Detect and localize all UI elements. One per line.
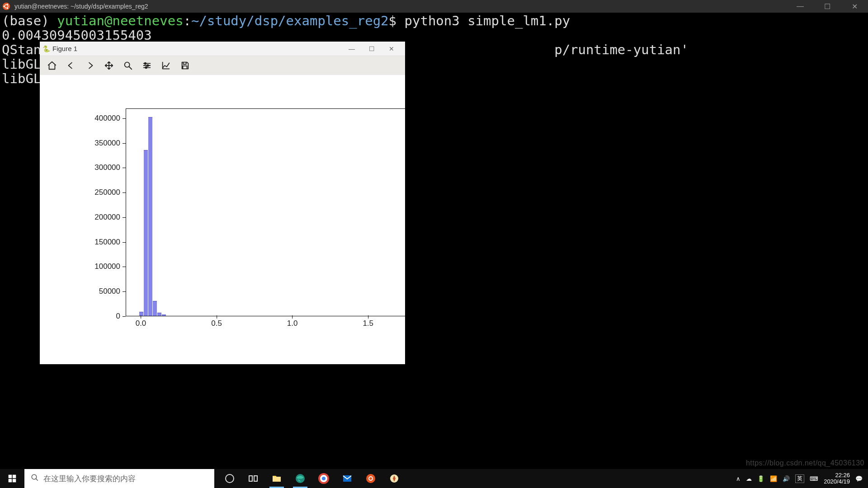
back-icon[interactable] — [63, 58, 79, 73]
pan-icon[interactable] — [101, 58, 117, 73]
chart-bar — [162, 314, 166, 316]
chart-axes — [126, 108, 406, 316]
ubuntu-icon — [0, 0, 13, 13]
tray-chevron-icon[interactable]: ∧ — [736, 475, 741, 482]
settings-app-icon[interactable] — [383, 469, 405, 488]
file-explorer-icon[interactable] — [266, 469, 288, 488]
y-tick-label: 0 — [116, 312, 120, 321]
y-tick-label: 350000 — [94, 139, 120, 148]
y-tick-label: 400000 — [94, 114, 120, 123]
ubuntu-app-icon[interactable] — [360, 469, 382, 488]
terminal-titlebar[interactable]: yutian@neetneves: ~/study/dsp/examples_r… — [0, 0, 868, 13]
terminal-output-libgl1: libGL — [2, 56, 41, 72]
minimize-button[interactable]: — — [787, 2, 814, 11]
svg-point-7 — [147, 65, 149, 66]
python-icon: 🐍 — [40, 45, 52, 52]
start-button[interactable] — [0, 469, 24, 488]
y-tick-label: 200000 — [94, 213, 120, 222]
svg-point-3 — [7, 4, 8, 5]
svg-point-6 — [145, 63, 146, 65]
tray-keyboard-icon[interactable]: ⌨ — [810, 475, 818, 482]
tray-battery-icon[interactable]: 🔋 — [757, 475, 764, 482]
figure-window[interactable]: 🐍 Figure 1 — ☐ ✕ 05000010000015000020000… — [40, 42, 405, 364]
figure-close-button[interactable]: ✕ — [387, 45, 396, 52]
taskbar: 在这里输入你要搜索的内容 ∧ ☁ 🔋 📶 🔊 英 ⌨ 22:26 2020/4/… — [0, 469, 868, 488]
figure-maximize-button[interactable]: ☐ — [367, 45, 376, 52]
prompt-path: ~/study/dsp/examples_reg2 — [191, 13, 389, 28]
x-tick-label: 1.5 — [363, 319, 373, 328]
chart-bar — [153, 301, 157, 316]
taskbar-search-placeholder: 在这里输入你要搜索的内容 — [43, 474, 136, 484]
prompt-dollar: $ — [389, 13, 396, 28]
y-tick-label: 250000 — [94, 188, 120, 197]
svg-point-21 — [322, 477, 326, 480]
svg-rect-10 — [13, 475, 16, 479]
svg-point-13 — [32, 474, 37, 479]
svg-rect-9 — [9, 475, 12, 479]
svg-rect-16 — [254, 476, 257, 481]
svg-rect-11 — [9, 479, 12, 483]
taskbar-tray: ∧ ☁ 🔋 📶 🔊 英 ⌨ 22:26 2020/4/19 💬 — [736, 472, 868, 485]
figure-toolbar — [40, 56, 405, 75]
window-controls: — ☐ ✕ — [787, 2, 868, 11]
svg-rect-15 — [249, 476, 252, 481]
y-tick-label: 100000 — [94, 262, 120, 271]
tray-notifications-icon[interactable]: 💬 — [855, 475, 863, 482]
close-button[interactable]: ✕ — [841, 2, 868, 11]
svg-rect-17 — [273, 477, 281, 482]
terminal-output-runtime: p/runtime-yutian' — [554, 42, 689, 57]
tray-onedrive-icon[interactable]: ☁ — [746, 475, 752, 482]
edge-icon[interactable] — [289, 469, 311, 488]
x-tick-label: 0.0 — [136, 319, 146, 328]
chart-bar — [157, 313, 161, 316]
chrome-icon[interactable] — [313, 469, 335, 488]
svg-point-23 — [366, 474, 375, 483]
mail-icon[interactable] — [336, 469, 358, 488]
svg-point-4 — [7, 8, 8, 9]
taskbar-apps — [219, 469, 405, 488]
save-icon[interactable] — [177, 58, 193, 73]
chart-bar — [144, 150, 148, 316]
svg-rect-12 — [13, 479, 16, 483]
svg-point-2 — [3, 6, 5, 7]
subplots-icon[interactable] — [139, 58, 155, 73]
terminal-command: python3 simple_lm1.py — [405, 13, 571, 28]
chart-bar — [148, 117, 152, 316]
tray-volume-icon[interactable]: 🔊 — [783, 475, 790, 482]
y-tick-label: 300000 — [94, 163, 120, 172]
prompt-user: yutian@neetneves — [57, 13, 183, 28]
zoom-icon[interactable] — [120, 58, 136, 73]
terminal-output-libgl2: libGL — [2, 71, 41, 86]
terminal-title: yutian@neetneves: ~/study/dsp/examples_r… — [13, 3, 148, 10]
tray-ime-indicator[interactable]: 英 — [795, 474, 804, 483]
x-tick-label: 1.0 — [287, 319, 298, 328]
figure-minimize-button[interactable]: — — [347, 45, 356, 52]
prompt-env: (base) — [2, 13, 49, 28]
x-tick-label: 0.5 — [211, 319, 222, 328]
y-tick-label: 50000 — [99, 287, 120, 296]
watermark-text: https://blog.csdn.net/qq_45036130 — [746, 459, 864, 467]
axes-icon[interactable] — [158, 58, 174, 73]
search-icon — [31, 474, 39, 484]
cortana-icon[interactable] — [219, 469, 241, 488]
figure-canvas[interactable]: 0500001000001500002000002500003000003500… — [40, 75, 405, 364]
svg-point-5 — [125, 62, 130, 67]
y-tick-label: 150000 — [94, 238, 120, 247]
maximize-button[interactable]: ☐ — [814, 2, 841, 11]
figure-window-controls: — ☐ ✕ — [347, 45, 405, 52]
prompt-colon: : — [184, 13, 191, 28]
tray-clock-date: 2020/4/19 — [824, 479, 850, 485]
svg-point-8 — [145, 67, 147, 69]
tray-clock[interactable]: 22:26 2020/4/19 — [824, 472, 850, 485]
forward-icon[interactable] — [82, 58, 98, 73]
task-view-icon[interactable] — [242, 469, 264, 488]
taskbar-search[interactable]: 在这里输入你要搜索的内容 — [24, 469, 214, 488]
home-icon[interactable] — [44, 58, 60, 73]
figure-titlebar[interactable]: 🐍 Figure 1 — ☐ ✕ — [40, 42, 405, 56]
svg-point-14 — [226, 474, 234, 483]
tray-wifi-icon[interactable]: 📶 — [770, 475, 777, 482]
chart-bar — [139, 312, 143, 316]
tray-clock-time: 22:26 — [824, 472, 850, 479]
terminal-output-value: 0.00430945003155403 — [2, 28, 152, 43]
figure-title: Figure 1 — [52, 45, 77, 52]
